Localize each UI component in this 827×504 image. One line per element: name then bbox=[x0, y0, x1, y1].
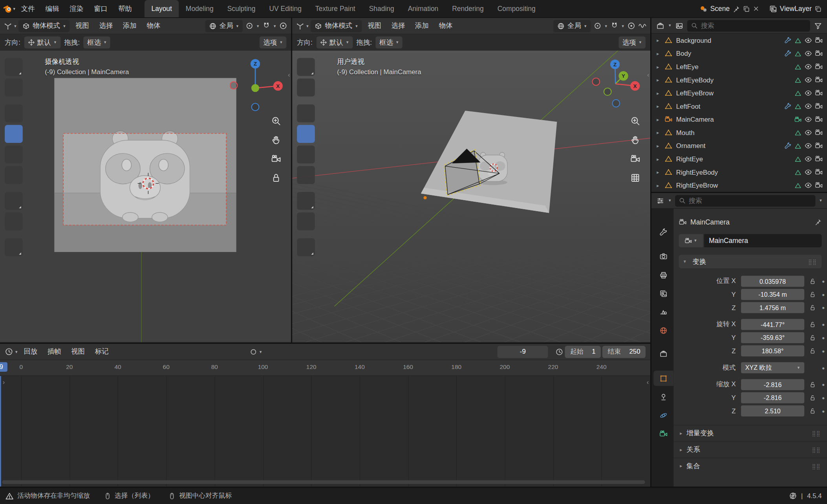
menu-edit[interactable]: 编辑 bbox=[40, 0, 64, 17]
tool-transform[interactable] bbox=[297, 166, 315, 184]
disable-render-icon[interactable] bbox=[815, 115, 823, 123]
object-name-field[interactable]: MainCamera bbox=[704, 234, 822, 247]
camera-view-icon[interactable] bbox=[630, 154, 640, 164]
timeline-editor-icon[interactable] bbox=[5, 347, 13, 356]
lock-open-icon[interactable] bbox=[809, 407, 816, 414]
animate-dot-icon[interactable]: ● bbox=[822, 279, 825, 284]
tool-measure[interactable] bbox=[297, 212, 315, 230]
pivot-point-icon[interactable] bbox=[593, 22, 602, 30]
hide-eye-icon[interactable] bbox=[804, 49, 812, 57]
filter-funnel-icon[interactable] bbox=[814, 21, 822, 29]
tool-annotate[interactable] bbox=[5, 192, 23, 210]
modifier-icon[interactable] bbox=[784, 102, 792, 110]
direction-select[interactable]: 默认▾ bbox=[24, 37, 60, 49]
disable-render-icon[interactable] bbox=[815, 181, 823, 189]
tab-shading[interactable]: Shading bbox=[362, 0, 401, 17]
display-mode-icon[interactable] bbox=[656, 21, 664, 29]
tab-modeling[interactable]: Modeling bbox=[179, 0, 220, 17]
properties-tab-constraints[interactable] bbox=[653, 389, 673, 404]
pin-icon[interactable] bbox=[732, 5, 740, 13]
tab-animation[interactable]: Animation bbox=[401, 0, 445, 17]
mesh-data-icon[interactable] bbox=[794, 142, 802, 150]
drag-handle-icon[interactable]: ⣿⣿ bbox=[812, 447, 820, 453]
snap-magnet-icon[interactable] bbox=[262, 22, 270, 30]
animate-dot-icon[interactable]: ● bbox=[822, 335, 825, 340]
lock-open-icon[interactable] bbox=[809, 278, 816, 285]
properties-tab-physics[interactable] bbox=[653, 407, 673, 423]
drag-handle-icon[interactable]: ⣿⣿ bbox=[812, 431, 820, 436]
outliner-row[interactable]: ▸RightEye bbox=[651, 152, 827, 166]
disable-render-icon[interactable] bbox=[815, 37, 823, 44]
lock-open-icon[interactable] bbox=[809, 347, 816, 354]
pivot-point-icon[interactable] bbox=[245, 22, 253, 30]
section-1[interactable]: ▸关系⣿⣿ bbox=[673, 441, 827, 458]
breadcrumb-item[interactable]: MainCamera bbox=[690, 218, 730, 226]
outliner-row[interactable]: ▸Mouth bbox=[651, 126, 827, 139]
pan-hand-icon[interactable] bbox=[630, 135, 640, 145]
outliner-row[interactable]: ▸LeftEyeBody bbox=[651, 73, 827, 87]
properties-search-input[interactable] bbox=[689, 197, 812, 205]
pin-icon[interactable] bbox=[814, 218, 822, 226]
animate-dot-icon[interactable]: ● bbox=[822, 348, 825, 353]
properties-tab-world[interactable] bbox=[653, 323, 673, 338]
properties-tab-object[interactable] bbox=[653, 371, 673, 386]
expand-chevron-icon[interactable]: ▸ bbox=[657, 90, 662, 95]
hide-eye-icon[interactable] bbox=[804, 76, 812, 84]
blender-logo-icon[interactable] bbox=[3, 4, 13, 13]
new-viewlayer-icon[interactable] bbox=[814, 5, 822, 13]
drag-handle-icon[interactable]: ⣿⣿ bbox=[812, 463, 820, 469]
lock-open-icon[interactable] bbox=[809, 334, 816, 341]
tab-compositing[interactable]: Compositing bbox=[490, 0, 542, 17]
drag-select[interactable]: 框选▾ bbox=[376, 37, 403, 49]
expand-chevron-icon[interactable]: ▸ bbox=[657, 77, 662, 82]
menu-help[interactable]: 帮助 bbox=[113, 0, 137, 17]
object-mode-select[interactable]: 物体模式▾ bbox=[311, 20, 362, 32]
hide-eye-icon[interactable] bbox=[804, 129, 812, 137]
end-frame-field[interactable]: 结束250 bbox=[602, 345, 646, 358]
tool-select-box[interactable] bbox=[297, 58, 315, 76]
auto-key-record-icon[interactable] bbox=[249, 348, 257, 356]
character-mesh[interactable] bbox=[100, 131, 190, 222]
hide-eye-icon[interactable] bbox=[804, 37, 812, 44]
tool-add-cube[interactable] bbox=[5, 238, 23, 256]
animate-dot-icon[interactable]: ● bbox=[822, 365, 825, 370]
hide-eye-icon[interactable] bbox=[804, 168, 812, 176]
drag-select[interactable]: 框选▾ bbox=[84, 37, 111, 49]
horizontal-scrollbar[interactable] bbox=[2, 480, 645, 484]
scene-selector[interactable]: Scene bbox=[710, 5, 730, 13]
tool-select-box[interactable] bbox=[5, 58, 23, 76]
lock-icon[interactable] bbox=[271, 173, 281, 183]
viewport-menu-view[interactable]: 视图 bbox=[71, 21, 93, 31]
timeline-menu-keying[interactable]: 插帧 bbox=[43, 347, 65, 356]
proportional-edit-icon[interactable] bbox=[627, 22, 635, 30]
filter-image-icon[interactable] bbox=[675, 21, 683, 29]
disable-render-icon[interactable] bbox=[815, 129, 823, 137]
outliner-row[interactable]: ▸MainCamera bbox=[651, 113, 827, 126]
hide-eye-icon[interactable] bbox=[804, 181, 812, 189]
jump-to-start-button[interactable] bbox=[271, 345, 284, 358]
mesh-data-icon[interactable] bbox=[794, 89, 802, 97]
timeline-menu-view[interactable]: 视图 bbox=[67, 347, 89, 356]
start-frame-field[interactable]: 起始1 bbox=[565, 345, 601, 358]
menu-render[interactable]: 渲染 bbox=[64, 0, 89, 17]
hide-eye-icon[interactable] bbox=[804, 155, 812, 163]
tool-annotate[interactable] bbox=[297, 192, 315, 210]
properties-tab-object-data[interactable] bbox=[653, 426, 673, 441]
object-mode-select[interactable]: 物体模式▾ bbox=[18, 20, 70, 32]
animate-dot-icon[interactable]: ● bbox=[822, 305, 825, 310]
rotation-mode-select[interactable]: XYZ 欧拉▾ bbox=[741, 362, 804, 373]
mesh-data-icon[interactable] bbox=[794, 50, 802, 57]
disable-render-icon[interactable] bbox=[815, 142, 823, 150]
panel-collapse-arrow[interactable]: ‹ bbox=[647, 72, 649, 78]
viewport-menu-select[interactable]: 选择 bbox=[95, 21, 117, 31]
lock-open-icon[interactable] bbox=[809, 321, 816, 328]
properties-tab-tool[interactable] bbox=[653, 225, 673, 240]
mesh-data-icon[interactable] bbox=[794, 102, 802, 110]
tab-sculpting[interactable]: Sculpting bbox=[220, 0, 262, 17]
mesh-data-icon[interactable] bbox=[794, 129, 802, 136]
outliner-row[interactable]: ▸Body bbox=[651, 47, 827, 60]
play-button[interactable] bbox=[317, 345, 330, 358]
tool-transform[interactable] bbox=[5, 166, 23, 184]
outliner-row[interactable]: ▸Background bbox=[651, 34, 827, 47]
lock-open-icon[interactable] bbox=[809, 291, 816, 298]
